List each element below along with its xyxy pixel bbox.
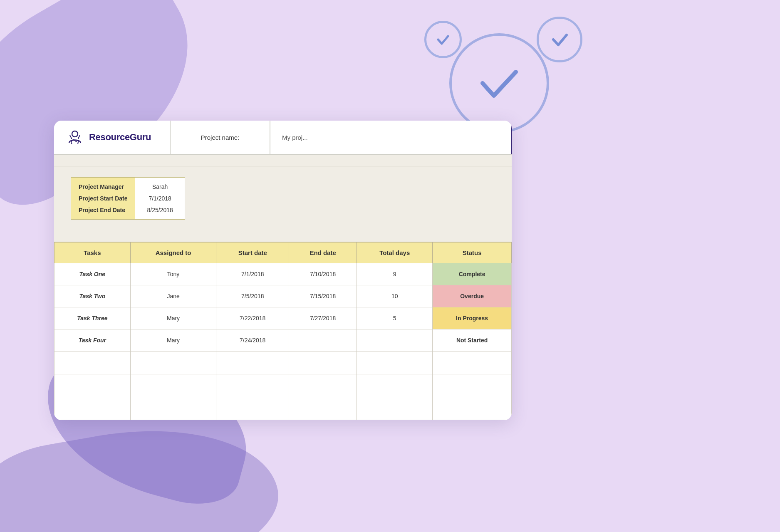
empty-cell — [130, 397, 216, 420]
table-row: Task TwoJane7/5/20187/15/201810Overdue — [54, 285, 512, 307]
start-date-cell: 7/1/2018 — [216, 263, 289, 285]
info-section: Project Manager Project Start Date Proje… — [54, 166, 512, 230]
task-table-wrapper: Tasks Assigned to Start date End date To… — [54, 242, 512, 420]
label-manager: Project Manager — [79, 181, 127, 193]
task-cell: Task Two — [54, 285, 131, 307]
empty-cell — [130, 351, 216, 374]
empty-cell — [357, 374, 433, 397]
svg-point-0 — [72, 131, 78, 137]
col-start: Start date — [216, 242, 289, 263]
start-date-cell: 7/22/2018 — [216, 307, 289, 329]
logo-text: ResourceGuru — [89, 132, 151, 143]
table-header-row: Tasks Assigned to Start date End date To… — [54, 242, 512, 263]
empty-cell — [54, 351, 131, 374]
start-date-cell: 7/24/2018 — [216, 329, 289, 351]
empty-row — [54, 397, 512, 420]
info-spacer-bottom — [54, 230, 512, 242]
days-cell: 5 — [357, 307, 433, 329]
empty-cell — [357, 397, 433, 420]
task-cell: Task Four — [54, 329, 131, 351]
empty-cell — [289, 374, 357, 397]
value-end: 8/25/2018 — [147, 204, 173, 216]
end-date-cell — [289, 329, 357, 351]
empty-cell — [216, 351, 289, 374]
start-date-cell: 7/5/2018 — [216, 285, 289, 307]
empty-cell — [289, 397, 357, 420]
days-cell: 10 — [357, 285, 433, 307]
end-date-cell: 7/27/2018 — [289, 307, 357, 329]
project-name-value: My proj... — [270, 121, 512, 154]
info-values: Sarah 7/1/2018 8/25/2018 — [135, 177, 185, 220]
task-table: Tasks Assigned to Start date End date To… — [54, 242, 512, 420]
col-tasks: Tasks — [54, 242, 131, 263]
empty-cell — [357, 351, 433, 374]
status-cell: In Progress — [433, 307, 512, 329]
col-status: Status — [433, 242, 512, 263]
days-cell — [357, 329, 433, 351]
end-date-cell: 7/10/2018 — [289, 263, 357, 285]
empty-row — [54, 351, 512, 374]
check-circle-small-left — [424, 21, 462, 58]
assigned-cell: Tony — [130, 263, 216, 285]
empty-cell — [216, 374, 289, 397]
end-date-cell: 7/15/2018 — [289, 285, 357, 307]
check-circle-small-right — [537, 17, 582, 62]
main-card: ResourceGuru Project name: My proj... Pr… — [54, 121, 512, 420]
empty-cell — [130, 374, 216, 397]
status-cell: Complete — [433, 263, 512, 285]
empty-cell — [289, 351, 357, 374]
table-row: Task ThreeMary7/22/20187/27/20185In Prog… — [54, 307, 512, 329]
empty-row — [54, 374, 512, 397]
card-header: ResourceGuru Project name: My proj... — [54, 121, 512, 155]
label-end: Project End Date — [79, 204, 127, 216]
project-name-label: Project name: — [171, 121, 270, 154]
empty-cell — [433, 397, 512, 420]
assigned-cell: Mary — [130, 307, 216, 329]
empty-cell — [54, 374, 131, 397]
empty-cell — [54, 397, 131, 420]
col-days: Total days — [357, 242, 433, 263]
logo-icon — [66, 128, 84, 146]
col-end: End date — [289, 242, 357, 263]
label-start: Project Start Date — [79, 193, 127, 204]
value-manager: Sarah — [147, 181, 173, 193]
task-cell: Task One — [54, 263, 131, 285]
table-row: Task FourMary7/24/2018Not Started — [54, 329, 512, 351]
status-cell: Not Started — [433, 329, 512, 351]
days-cell: 9 — [357, 263, 433, 285]
assigned-cell: Jane — [130, 285, 216, 307]
empty-cell — [433, 351, 512, 374]
logo-section: ResourceGuru — [54, 121, 171, 154]
info-labels: Project Manager Project Start Date Proje… — [71, 177, 135, 220]
status-cell: Overdue — [433, 285, 512, 307]
check-circle-large — [449, 33, 549, 133]
empty-cell — [216, 397, 289, 420]
col-assigned: Assigned to — [130, 242, 216, 263]
info-spacer-top — [54, 155, 512, 166]
value-start: 7/1/2018 — [147, 193, 173, 204]
empty-cell — [433, 374, 512, 397]
task-cell: Task Three — [54, 307, 131, 329]
table-row: Task OneTony7/1/20187/10/20189Complete — [54, 263, 512, 285]
assigned-cell: Mary — [130, 329, 216, 351]
project-info-block: Project Manager Project Start Date Proje… — [71, 177, 185, 220]
